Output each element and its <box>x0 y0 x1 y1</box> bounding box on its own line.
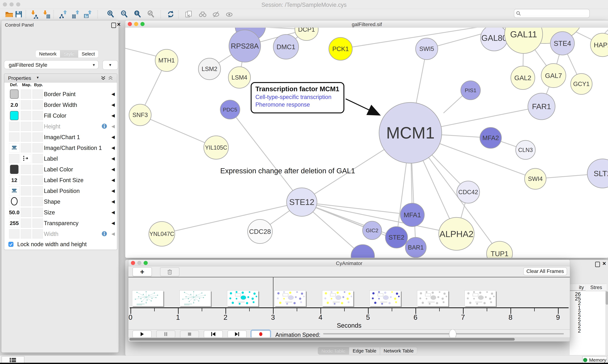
zoom-out-icon[interactable] <box>120 10 129 19</box>
mapping-cell[interactable] <box>21 219 31 228</box>
next-frame-button[interactable] <box>228 330 247 338</box>
table-row[interactable]: 2 <box>570 328 605 332</box>
network-node-GIC2[interactable]: GIC2 <box>363 221 382 240</box>
property-row-label-font-size[interactable]: 12Label Font Size◀ <box>4 175 117 186</box>
previous-frame-button[interactable] <box>204 330 223 338</box>
annotation-link[interactable]: Pheromone response <box>255 101 340 108</box>
tab-node-table[interactable]: Node Table <box>318 347 349 355</box>
tab-select[interactable]: Select <box>78 50 98 58</box>
network-node-SNF3[interactable]: SNF3 <box>129 104 151 126</box>
default-cell[interactable] <box>9 165 19 174</box>
expand-all-icon[interactable] <box>100 76 106 81</box>
lock-node-size-row[interactable]: Lock node width and height <box>4 239 117 249</box>
close-panel-icon[interactable]: × <box>602 261 606 266</box>
table-row[interactable]: 2 <box>570 323 605 328</box>
record-button[interactable] <box>251 330 270 338</box>
horizontal-scrollbar[interactable] <box>128 337 570 341</box>
refresh-icon[interactable] <box>166 10 175 19</box>
mapping-cell[interactable] <box>21 197 31 206</box>
bypass-cell[interactable] <box>32 208 43 217</box>
bypass-cell[interactable] <box>32 111 43 120</box>
style-select[interactable]: galFiltered Style ▾ <box>4 60 99 69</box>
network-node-SWI5[interactable]: SWI5 <box>416 38 438 60</box>
network-canvas[interactable]: DCP1RPS28ADMC1PCK1SWI5GAL80GAL11STE4HAP2… <box>125 28 608 258</box>
column-header[interactable]: Stres <box>586 284 607 291</box>
mapping-cell[interactable] <box>21 176 31 185</box>
pause-button[interactable] <box>156 330 175 338</box>
import-table-icon[interactable] <box>41 10 50 19</box>
mapping-icon[interactable] <box>23 155 29 162</box>
property-row-height[interactable]: Height◀ <box>4 121 117 132</box>
default-value[interactable]: 50.0 <box>9 209 19 216</box>
network-node-SLT2[interactable]: SLT2 <box>587 159 608 188</box>
show-all-icon[interactable] <box>225 10 234 19</box>
duplicate-network-icon[interactable] <box>184 10 193 19</box>
default-cell[interactable] <box>9 132 19 142</box>
network-node-PIS1[interactable]: PIS1 <box>461 81 480 100</box>
play-button[interactable] <box>133 330 152 338</box>
vertical-scrollbar[interactable] <box>606 291 608 305</box>
bypass-cell[interactable] <box>32 154 43 163</box>
mapping-cell[interactable] <box>21 229 31 238</box>
cyanimator-titlebar[interactable]: CyAnimator <box>128 260 570 266</box>
default-cell[interactable] <box>9 186 19 195</box>
expand-property-icon[interactable]: ◀ <box>111 145 115 150</box>
network-node-CDC28[interactable]: CDC28 <box>248 220 272 244</box>
mapping-cell[interactable] <box>21 186 31 195</box>
network-node-YNL047C[interactable]: YNL047C <box>149 221 175 246</box>
mapping-cell[interactable] <box>21 165 31 174</box>
frame-thumbnail-1[interactable] <box>180 290 211 306</box>
default-cell[interactable] <box>9 143 19 152</box>
hide-selected-icon[interactable] <box>211 10 221 19</box>
expand-property-icon[interactable]: ◀ <box>111 210 115 215</box>
bypass-cell[interactable] <box>32 100 43 109</box>
expand-property-icon[interactable]: ◀ <box>111 124 115 129</box>
default-cell[interactable] <box>9 122 19 131</box>
export-table-icon[interactable] <box>71 10 80 19</box>
zoom-selected-icon[interactable] <box>147 10 155 19</box>
info-icon[interactable] <box>101 123 107 130</box>
network-node-STE4[interactable]: STE4 <box>550 32 574 55</box>
network-node-STE2[interactable]: STE2 <box>385 227 408 248</box>
default-cell[interactable] <box>9 154 19 163</box>
default-cell[interactable] <box>9 229 19 238</box>
network-node-PDC5[interactable]: PDC5 <box>220 100 240 119</box>
column-header[interactable]: ity <box>570 284 585 291</box>
close-panel-icon[interactable]: × <box>117 22 121 27</box>
expand-property-icon[interactable]: ◀ <box>111 188 115 193</box>
network-node-GAL11[interactable]: GAL11 <box>505 28 543 53</box>
zoom-fit-icon[interactable] <box>133 10 142 19</box>
network-node-YIL105C[interactable]: YIL105C <box>204 136 228 159</box>
mapping-cell[interactable] <box>21 143 31 152</box>
checkbox-checked-icon[interactable] <box>8 241 14 247</box>
open-session-icon[interactable] <box>5 10 14 19</box>
search-box[interactable] <box>514 9 590 18</box>
default-value[interactable]: 12 <box>11 177 17 183</box>
mapping-cell[interactable] <box>21 122 31 131</box>
mapping-cell[interactable] <box>21 100 31 109</box>
network-node-ALPHA2[interactable]: ALPHA2 <box>439 217 474 250</box>
expand-property-icon[interactable]: ◀ <box>111 199 115 204</box>
expand-property-icon[interactable]: ◀ <box>111 102 115 107</box>
float-panel-icon[interactable] <box>595 262 600 268</box>
mapping-cell[interactable] <box>21 208 31 217</box>
first-neighbors-icon[interactable] <box>198 10 207 19</box>
default-cell[interactable]: 255 <box>9 219 19 228</box>
property-row-label[interactable]: Label◀ <box>4 153 117 164</box>
expand-property-icon[interactable]: ◀ <box>111 113 115 118</box>
animation-speed-slider[interactable] <box>323 333 564 334</box>
table-row[interactable]: 2 <box>570 314 605 319</box>
property-row-border-width[interactable]: 2.0Border Width◀ <box>4 99 117 111</box>
bypass-cell[interactable] <box>32 90 43 99</box>
property-row-border-paint[interactable]: Border Paint◀ <box>4 89 117 100</box>
tab-network-table[interactable]: Network Table <box>380 347 417 355</box>
expand-property-icon[interactable]: ◀ <box>111 156 115 161</box>
annotation-box[interactable]: Transcription factor MCM1 Cell-type-spec… <box>251 82 344 113</box>
tab-edge-table[interactable]: Edge Table <box>349 347 380 355</box>
network-node-LSM4[interactable]: LSM4 <box>228 67 250 88</box>
default-cell[interactable]: 2.0 <box>9 100 19 109</box>
network-node-LSM2[interactable]: LSM2 <box>198 58 221 80</box>
mapping-cell[interactable] <box>21 111 31 120</box>
network-node-BAR1[interactable]: BAR1 <box>405 237 426 258</box>
export-network-icon[interactable] <box>59 10 68 19</box>
